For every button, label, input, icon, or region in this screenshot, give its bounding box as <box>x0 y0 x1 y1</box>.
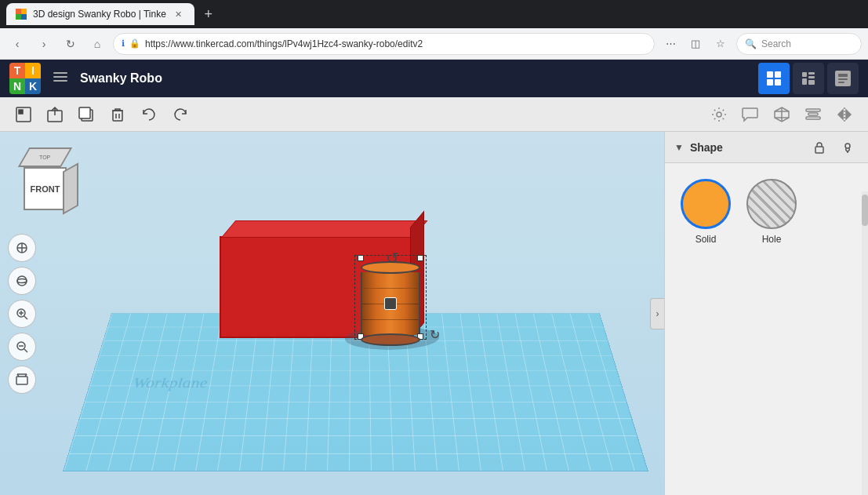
logo-k: K <box>25 78 41 94</box>
hole-label: Hole <box>762 234 782 245</box>
fit-view-button[interactable] <box>8 234 36 262</box>
comment-tool-button[interactable] <box>736 100 764 129</box>
pocket-button[interactable]: ◫ <box>685 33 706 55</box>
svg-marker-44 <box>838 110 843 119</box>
svg-point-63 <box>845 144 850 148</box>
main-area: TOP FRONT <box>0 132 868 495</box>
panel-collapse-button[interactable]: ▼ <box>674 142 684 153</box>
svg-rect-13 <box>802 78 807 85</box>
build-button[interactable] <box>793 63 824 94</box>
orbit-button[interactable] <box>8 267 36 295</box>
svg-rect-5 <box>53 76 67 78</box>
selection-handle-tl <box>358 255 364 261</box>
new-shape-button[interactable] <box>9 100 38 129</box>
panel-title: Shape <box>690 141 802 154</box>
rotation-arrow-2: ↻ <box>430 327 440 342</box>
panel-light-button[interactable] <box>837 136 859 158</box>
perspective-button[interactable] <box>8 366 36 394</box>
home-button[interactable]: ⌂ <box>86 33 108 55</box>
3d-cube-tool-button[interactable] <box>768 100 796 129</box>
lock-icon: ℹ <box>122 38 125 49</box>
svg-rect-41 <box>808 113 818 115</box>
search-box[interactable]: 🔍 Search <box>736 33 862 55</box>
svg-rect-62 <box>815 147 823 153</box>
delete-button[interactable] <box>104 100 132 129</box>
duplicate-button[interactable] <box>72 100 100 129</box>
panel-content: Solid Hole <box>665 163 868 260</box>
toolbar <box>0 97 868 132</box>
panel-lock-button[interactable] <box>808 136 830 158</box>
svg-rect-3 <box>21 14 27 20</box>
svg-point-28 <box>717 112 721 117</box>
svg-line-35 <box>714 118 715 118</box>
svg-rect-25 <box>113 111 122 121</box>
panel-header: ▼ Shape <box>665 132 868 163</box>
svg-rect-4 <box>53 72 67 74</box>
solid-shape-option[interactable]: Solid <box>681 179 731 245</box>
cube-side-face <box>63 162 78 215</box>
svg-rect-11 <box>802 72 807 77</box>
address-box[interactable]: ℹ 🔒 https://www.tinkercad.com/things/lPv… <box>113 33 655 55</box>
svg-rect-18 <box>838 78 848 80</box>
selection-handle-tr <box>417 255 423 261</box>
new-tab-button[interactable]: + <box>198 3 220 25</box>
zoom-in-button[interactable] <box>8 300 36 328</box>
svg-point-50 <box>17 278 27 282</box>
svg-marker-45 <box>846 110 851 119</box>
svg-rect-24 <box>79 107 90 118</box>
right-tools <box>705 100 859 129</box>
cylinder-object[interactable] <box>361 261 420 346</box>
back-button[interactable]: ‹ <box>6 33 28 55</box>
address-actions: ⋯ ◫ ☆ <box>659 33 732 55</box>
search-placeholder: Search <box>761 38 791 49</box>
logo-n: N <box>9 78 25 94</box>
viewport[interactable]: TOP FRONT <box>0 132 664 495</box>
svg-line-52 <box>24 316 27 319</box>
svg-rect-12 <box>808 72 815 75</box>
svg-rect-40 <box>806 109 820 111</box>
hole-shape-circle <box>746 179 797 229</box>
hole-shape-option[interactable]: Hole <box>746 179 797 245</box>
svg-rect-14 <box>808 76 815 78</box>
zoom-out-button[interactable] <box>8 333 36 361</box>
scrollbar-thumb <box>862 195 868 226</box>
menu-button[interactable] <box>50 67 71 91</box>
user-button[interactable] <box>827 63 859 94</box>
mirror-tool-button[interactable] <box>830 100 859 129</box>
svg-line-34 <box>723 118 724 118</box>
nav-controls <box>8 234 36 394</box>
browser-titlebar: 3D design Swanky Robo | Tinke ✕ + <box>0 0 868 28</box>
refresh-button[interactable]: ↻ <box>60 33 82 55</box>
search-icon: 🔍 <box>745 38 757 49</box>
svg-rect-21 <box>19 110 23 114</box>
cube-top-face: TOP <box>18 147 72 167</box>
tab-close-button[interactable]: ✕ <box>173 8 185 20</box>
svg-point-49 <box>17 276 27 286</box>
active-tab[interactable]: 3D design Swanky Robo | Tinke ✕ <box>6 3 194 25</box>
svg-rect-2 <box>16 14 21 20</box>
right-sidebar-toggle[interactable]: › <box>650 298 664 329</box>
orientation-cube[interactable]: TOP FRONT <box>16 147 78 210</box>
solid-shape-circle <box>681 179 731 229</box>
redo-button[interactable] <box>166 100 194 129</box>
undo-button[interactable] <box>135 100 163 129</box>
logo-i: I <box>25 63 41 78</box>
light-tool-button[interactable] <box>705 100 733 129</box>
upload-button[interactable] <box>41 100 69 129</box>
more-button[interactable]: ⋯ <box>659 33 681 55</box>
svg-rect-0 <box>16 9 21 14</box>
svg-rect-58 <box>16 377 27 384</box>
shape-panel: ▼ Shape Solid <box>664 132 868 495</box>
panel-scrollbar[interactable] <box>862 191 868 495</box>
svg-rect-10 <box>775 79 781 86</box>
svg-line-33 <box>714 109 715 110</box>
grid-view-button[interactable] <box>758 63 790 94</box>
logo-t: T <box>9 63 25 78</box>
solid-label: Solid <box>695 234 717 245</box>
forward-button[interactable]: › <box>33 33 55 55</box>
tinkercad-logo[interactable]: T I N K <box>9 63 41 94</box>
svg-rect-6 <box>53 80 67 82</box>
star-button[interactable]: ☆ <box>710 33 732 55</box>
center-handle <box>384 297 397 310</box>
align-tool-button[interactable] <box>799 100 827 129</box>
